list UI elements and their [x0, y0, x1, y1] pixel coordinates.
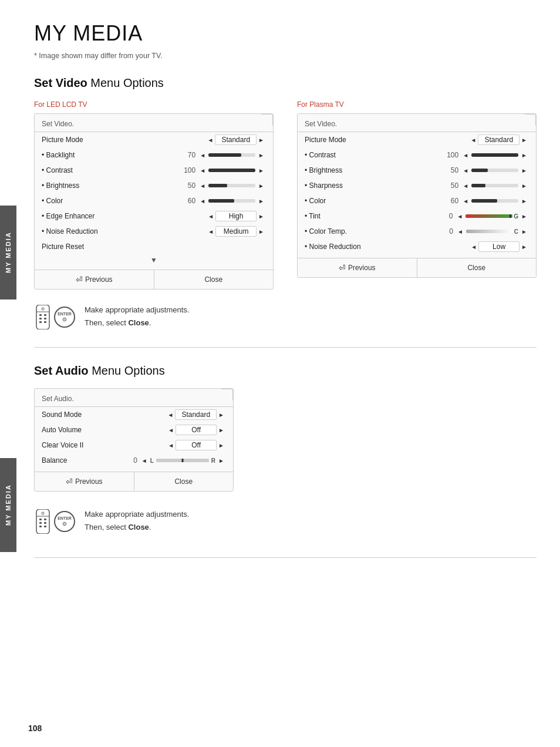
- led-edge-right[interactable]: ►: [257, 213, 266, 220]
- step1-icon-group: ENTER ⊙: [34, 305, 75, 329]
- plasma-colortemp-value: 0: [437, 227, 453, 235]
- audio-close-button[interactable]: Close: [134, 472, 234, 491]
- remote-icon: [34, 305, 52, 329]
- set-video-normal: Menu Options: [87, 76, 164, 89]
- led-label: For LED LCD TV: [34, 100, 274, 109]
- audio-sound-mode-right[interactable]: ►: [217, 411, 226, 419]
- plasma-tint-right[interactable]: ►: [519, 213, 529, 220]
- audio-balance-right[interactable]: ►: [217, 457, 226, 465]
- svg-rect-9: [36, 509, 49, 534]
- led-edge-label: • Edge Enhancer: [42, 212, 206, 220]
- led-brightness-left[interactable]: ◄: [198, 182, 207, 190]
- plasma-contrast-right[interactable]: ►: [519, 152, 529, 159]
- led-edge-left[interactable]: ◄: [206, 213, 215, 220]
- plasma-picture-mode-label: Picture Mode: [305, 136, 468, 144]
- led-backlight-track: [208, 153, 255, 157]
- led-color-fill: [208, 199, 234, 203]
- audio-balance-left[interactable]: ◄: [140, 457, 149, 465]
- svg-point-11: [42, 512, 44, 514]
- audio-sound-mode-label: Sound Mode: [42, 410, 166, 419]
- step2-close-bold: Close: [128, 523, 149, 531]
- led-brightness-fill: [208, 184, 227, 187]
- svg-rect-17: [44, 526, 46, 527]
- plasma-color-row: • Color 60 ◄ ►: [298, 193, 536, 208]
- plasma-picture-mode-left[interactable]: ◄: [468, 136, 478, 144]
- plasma-brightness-track: [471, 169, 518, 172]
- plasma-brightness-left[interactable]: ◄: [461, 167, 470, 174]
- step2-line2-end: .: [149, 523, 151, 531]
- plasma-colortemp-right[interactable]: ►: [519, 228, 529, 235]
- audio-clear-voice-right[interactable]: ►: [217, 442, 226, 449]
- led-noise-left[interactable]: ◄: [206, 228, 215, 235]
- led-close-button[interactable]: Close: [154, 270, 274, 289]
- plasma-noise-left[interactable]: ◄: [469, 243, 478, 251]
- plasma-brightness-bar-container: ◄ ►: [461, 167, 529, 174]
- section-divider-2: [34, 557, 537, 558]
- led-brightness-right[interactable]: ►: [257, 182, 266, 190]
- led-noise-row: • Noise Reduction ◄ Medium ►: [35, 224, 273, 239]
- plasma-color-right[interactable]: ►: [519, 197, 529, 205]
- plasma-contrast-track: [471, 153, 518, 157]
- plasma-sharpness-label: • Sharpness: [305, 181, 442, 190]
- balance-indicator: [181, 459, 183, 462]
- audio-sound-mode-left[interactable]: ◄: [166, 411, 175, 419]
- enter-icon-2: ENTER ⊙: [54, 511, 75, 532]
- plasma-picture-mode-right[interactable]: ►: [519, 136, 529, 144]
- page-title: MY MEDIA: [34, 21, 537, 46]
- colortemp-c-label: C: [514, 228, 518, 235]
- audio-balance-value: 0: [121, 456, 137, 465]
- led-picture-mode-row: Picture Mode ◄ Standard ►: [35, 132, 273, 147]
- plasma-label: For Plasma TV: [297, 100, 537, 109]
- plasma-contrast-left[interactable]: ◄: [461, 152, 470, 159]
- audio-balance-label: Balance: [42, 456, 121, 465]
- led-tv-panel: For LED LCD TV Set Video. Picture Mode ◄…: [34, 100, 274, 290]
- led-color-left[interactable]: ◄: [198, 197, 207, 205]
- plasma-previous-button[interactable]: ⏎ Previous: [298, 258, 417, 277]
- audio-clear-voice-left[interactable]: ◄: [166, 442, 176, 449]
- led-previous-button[interactable]: ⏎ Previous: [35, 270, 154, 289]
- audio-auto-volume-right[interactable]: ►: [217, 426, 226, 434]
- plasma-sharpness-value: 50: [442, 181, 458, 190]
- led-prev-icon: ⏎: [76, 275, 83, 284]
- step1-line2-end: .: [149, 318, 151, 327]
- svg-rect-15: [44, 522, 46, 524]
- plasma-tint-left[interactable]: ◄: [455, 213, 464, 220]
- plasma-brightness-right[interactable]: ►: [519, 167, 529, 174]
- plasma-close-button[interactable]: Close: [417, 258, 537, 277]
- plasma-close-label: Close: [467, 264, 485, 272]
- led-noise-right[interactable]: ►: [257, 228, 266, 235]
- plasma-contrast-label: • Contrast: [305, 151, 442, 159]
- plasma-sharpness-right[interactable]: ►: [519, 182, 529, 190]
- audio-menu-box: Set Audio. Sound Mode ◄ Standard ► Auto …: [34, 388, 234, 492]
- led-picture-mode-left[interactable]: ◄: [205, 136, 215, 144]
- led-contrast-value: 100: [179, 166, 195, 174]
- plasma-colortemp-row: • Color Temp. 0 ◄ C ►: [298, 224, 536, 239]
- led-picture-mode-right[interactable]: ►: [257, 136, 266, 144]
- plasma-colortemp-left[interactable]: ◄: [456, 228, 465, 235]
- enter-icon: ENTER ⊙: [54, 307, 75, 328]
- plasma-contrast-bar-container: ◄ ►: [461, 152, 529, 159]
- led-backlight-value: 70: [179, 151, 195, 159]
- plasma-color-left[interactable]: ◄: [461, 197, 470, 205]
- led-close-label: Close: [204, 275, 222, 284]
- plasma-contrast-value: 100: [442, 151, 458, 159]
- led-color-right[interactable]: ►: [257, 197, 266, 205]
- led-backlight-left[interactable]: ◄: [198, 152, 207, 159]
- audio-auto-volume-left[interactable]: ◄: [166, 426, 176, 434]
- plasma-sharpness-left[interactable]: ◄: [461, 182, 470, 190]
- plasma-noise-right[interactable]: ►: [519, 243, 529, 251]
- audio-previous-button[interactable]: ⏎ Previous: [35, 472, 134, 491]
- audio-previous-label: Previous: [75, 477, 103, 486]
- set-video-section-title: Set Video Menu Options: [34, 76, 537, 90]
- led-brightness-row: • Brightness 50 ◄ ►: [35, 178, 273, 193]
- led-backlight-right[interactable]: ►: [257, 152, 266, 159]
- led-contrast-right[interactable]: ►: [257, 167, 266, 174]
- led-noise-value: Medium: [215, 226, 257, 237]
- led-color-bar-container: ◄ ►: [198, 197, 266, 205]
- led-contrast-left[interactable]: ◄: [198, 167, 207, 174]
- page-subtitle: * Image shown may differ from your TV.: [34, 52, 537, 60]
- audio-sound-mode-row: Sound Mode ◄ Standard ►: [35, 407, 233, 422]
- led-edge-row: • Edge Enhancer ◄ High ►: [35, 208, 273, 224]
- led-contrast-row: • Contrast 100 ◄ ►: [35, 163, 273, 178]
- audio-auto-volume-value: Off: [176, 425, 217, 435]
